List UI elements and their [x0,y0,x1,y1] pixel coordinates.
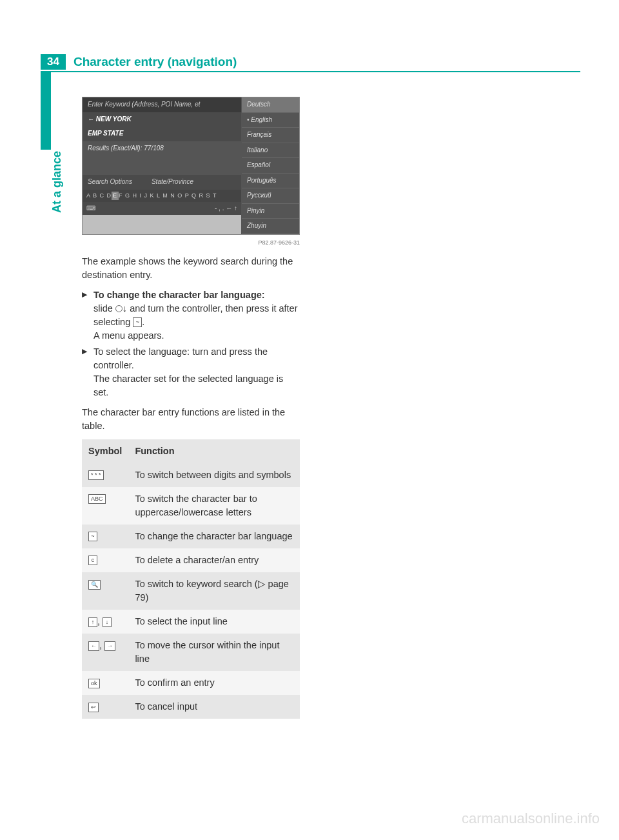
controller-icon [115,305,123,312]
step1-title: To change the character bar language: [93,290,265,300]
ss-opt2: State/Province [152,177,193,187]
section-title: Character entry (navigation) [74,55,237,69]
ss-line2: EMP STATE [83,126,241,141]
ss-lang-item: English [242,113,299,128]
ss-lang-item: Pinyin [242,204,299,219]
func-text: To confirm an entry [128,671,300,695]
ss-lang-item: Español [242,158,299,174]
caption: The example shows the keyword search dur… [82,255,300,282]
ss-lang-item: Français [242,128,299,143]
back-icon: ↩ [88,703,99,712]
ss-header: Enter Keyword (Address, POI Name, et [83,97,241,112]
ss-results: Results (Exact/All): 77/108 [83,141,241,156]
side-tab [41,72,51,150]
abc-icon: ABC [88,494,106,504]
up-icon: ↑ [88,617,97,627]
func-text: To switch between digits and symbols [128,463,300,487]
ss-line1-text: NEW YORK [96,115,132,123]
table-row: ↩ To cancel input [82,695,300,719]
func-text: To switch the character bar to uppercase… [128,487,300,525]
down-icon: ↓ [103,617,112,627]
table-intro: The character bar entry functions are li… [82,406,300,433]
ss-lang-item: Zhuyin [242,219,299,234]
step-2: ▶ To select the language: turn and press… [82,345,300,399]
ss-kbd-post: F G H I J K L M N O P Q R S T [119,192,217,200]
ss-kbd-syms: - , . ← ↑ [215,204,237,214]
ss-back-icon: ← [88,115,94,123]
func-text: To switch to keyword search (▷ page 79) [128,572,300,610]
table-row: ~ To change the character bar language [82,525,300,548]
table-row: * * * To switch between digits and symbo… [82,463,300,487]
ss-kbd-pre: A B C D [86,192,112,200]
func-text: To cancel input [128,695,300,719]
step1-text-c: . [142,317,144,327]
page-header: 34 Character entry (navigation) [41,53,580,72]
table-row: c To delete a character/an entry [82,548,300,572]
ok-icon: ok [88,679,100,688]
side-label: At a glance [50,151,64,213]
ss-lang-list: Deutsch English Français Italiano Españo… [241,97,299,234]
func-text: To move the cursor within the input line [128,634,300,671]
func-text: To change the character bar language [128,525,300,548]
ss-options: Search Options State/Province [83,175,241,190]
bullet-icon: ▶ [82,288,93,343]
digits-icon: * * * [88,470,104,480]
table-row: ABC To switch the character bar to upper… [82,487,300,525]
step2-result: The character set for the selected langu… [93,374,283,397]
ss-line1: ← NEW YORK [83,112,241,127]
table-row: ↑, ↓ To select the input line [82,610,300,634]
step2-text: To select the language: turn and press t… [93,346,268,370]
delete-icon: c [88,555,97,565]
ss-kbd-icon: ⌨ [86,204,95,214]
step1-text-a: slide [93,303,115,314]
step-1: ▶ To change the character bar language: … [82,288,300,343]
func-text: To select the input line [128,610,300,634]
table-row: ok To confirm an entry [82,671,300,695]
content-column: Enter Keyword (Address, POI Name, et ← N… [82,97,300,719]
ss-kbd-highlight: E [112,192,119,200]
ss-bottom: ⌨ - , . ← ↑ [83,202,241,215]
step1-result: A menu appears. [93,330,164,341]
image-id: P82.87-9626-31 [82,239,300,247]
ss-lang-item: Deutsch [242,97,299,113]
step1-text-b: and turn the controller, then press it a… [93,303,297,327]
table-row: ←, → To move the cursor within the input… [82,634,300,671]
th-symbol: Symbol [82,439,128,463]
ss-lang-item: Italiano [242,143,299,159]
function-table: Symbol Function * * * To switch between … [82,439,300,719]
th-function: Function [128,439,300,463]
watermark: carmanualsonline.info [462,810,600,827]
nav-screenshot: Enter Keyword (Address, POI Name, et ← N… [82,97,300,235]
bullet-icon: ▶ [82,345,93,399]
ss-opt1: Search Options [88,177,132,187]
func-text: To delete a character/an entry [128,548,300,572]
ss-lang-item: Русский [242,188,299,204]
ss-lang-item: Português [242,174,299,189]
flag-icon: ~ [88,532,97,541]
page-number: 34 [41,54,66,70]
right-icon: → [104,641,115,651]
ss-keyboard: A B C D E F G H I J K L M N O P Q R S T [83,190,241,202]
search-icon: 🔍 [88,580,101,590]
flag-icon: ~ [133,317,142,327]
table-row: 🔍 To switch to keyword search (▷ page 79… [82,572,300,610]
left-icon: ← [88,641,99,651]
